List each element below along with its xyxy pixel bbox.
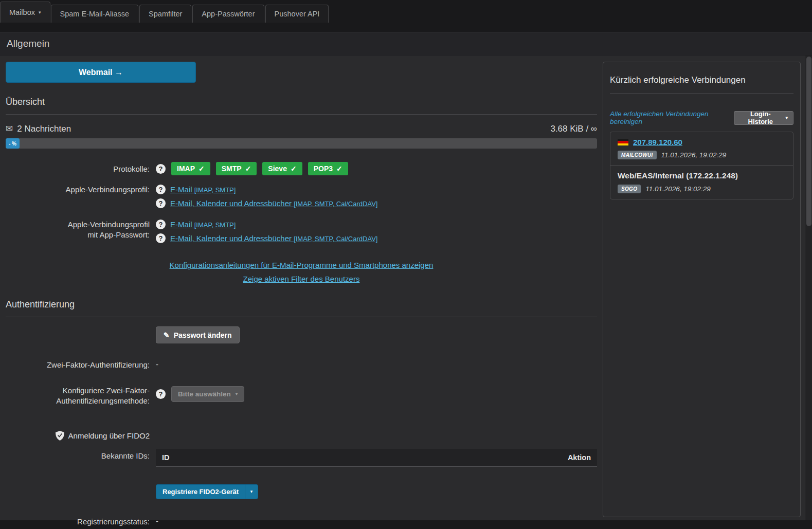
link-detail: [IMAP, SMTP, Cal/CardDAV]: [294, 200, 377, 208]
link-text: E-Mail: [170, 185, 192, 194]
tab-spam-email-aliasse[interactable]: Spam E-Mail-Aliasse: [51, 5, 139, 23]
protocols-label: Protokolle:: [6, 162, 150, 174]
registration-status-value: -: [156, 515, 597, 525]
help-icon[interactable]: ?: [156, 198, 166, 208]
known-ids-row: Bekannte IDs: ID Aktion: [6, 449, 597, 467]
label-line: Apple-Verbindungsprofil: [6, 220, 150, 230]
apple-profile-app-password-label: Apple-Verbindungsprofil mit App-Passwort…: [6, 217, 150, 240]
apple-profile-label: Apple-Verbindungsprofil:: [6, 183, 150, 195]
chevron-down-icon: ▾: [39, 10, 41, 15]
login-history-button[interactable]: Login-Historie ▾: [734, 111, 793, 125]
chevron-down-icon: ▾: [236, 392, 238, 396]
divider: [6, 317, 597, 317]
overview-heading: Übersicht: [6, 97, 597, 107]
known-ids-label: Bekannte IDs:: [6, 449, 150, 461]
help-icon[interactable]: ?: [156, 185, 166, 194]
badge-label: Sieve: [268, 165, 287, 173]
quota-usage: 3.68 KiB / ∞: [550, 124, 597, 134]
register-fido2-split-button: Registriere FIDO2-Gerät ▾: [156, 484, 258, 499]
check-icon: ✓: [245, 165, 251, 173]
quota-progress-value: - %: [6, 138, 20, 149]
change-password-button[interactable]: ✎ Passwort ändern: [156, 326, 240, 343]
connection-time: 11.01.2026, 19:02:29: [661, 151, 727, 159]
tab-label: Pushover API: [275, 10, 320, 18]
tfa-method-select[interactable]: Bitte auswählen ▾: [171, 386, 244, 402]
login-history-label: Login-Historie: [739, 110, 781, 125]
register-fido2-dropdown-toggle[interactable]: ▾: [245, 484, 258, 499]
active-filter-link[interactable]: Zeige aktiven Filter des Benutzers: [243, 275, 360, 283]
tfa-value: -: [156, 358, 597, 369]
connections-list: 207.89.120.60 MAILCOWUI 11.01.2026, 19:0…: [610, 132, 793, 199]
clear-connections-link[interactable]: Alle erfolgreichen Verbindungen bereinig…: [610, 110, 734, 125]
service-badge: MAILCOWUI: [618, 151, 657, 159]
column-action: Aktion: [568, 453, 591, 462]
apple-profile-row: Apple-Verbindungsprofil: ? E-Mail [IMAP,…: [6, 183, 597, 210]
help-icon[interactable]: ?: [156, 233, 166, 243]
tab-label: Spam E-Mail-Aliasse: [60, 10, 130, 18]
link-detail: [IMAP, SMTP]: [194, 221, 236, 229]
recent-connections-title: Kürzlich erfolgreiche Verbindungen: [610, 75, 793, 85]
label-line: mit App-Passwort:: [6, 230, 150, 240]
page-header: Allgemein: [0, 32, 812, 56]
check-icon: ✓: [199, 165, 205, 173]
label-line: Authentifizierungsmethode:: [6, 396, 150, 406]
registration-status-row: Registrierungsstatus: -: [6, 515, 597, 527]
list-item: Web/EAS/Internal (172.22.1.248) SOGO 11.…: [610, 165, 793, 199]
helper-links: Konfigurationsanleitungen für E-Mail-Pro…: [6, 261, 597, 284]
help-icon[interactable]: ?: [156, 389, 166, 399]
connection-time: 11.01.2026, 19:02:29: [645, 185, 711, 193]
apple-profile-app-link-full[interactable]: E-Mail, Kalender und Adressbücher [IMAP,…: [170, 234, 377, 243]
link-text: E-Mail, Kalender und Adressbücher: [170, 199, 292, 208]
webmail-button-label: Webmail →: [79, 68, 123, 77]
tfa-label: Zwei-Faktor-Authentifizierung:: [6, 358, 150, 370]
main-content: Webmail → Übersicht ✉ 2 Nachrichten 3.68…: [0, 56, 812, 520]
tab-mailbox[interactable]: Mailbox ▾: [0, 2, 50, 23]
empty-label: [6, 484, 150, 486]
divider: [6, 114, 597, 115]
envelope-icon: ✉: [6, 123, 13, 134]
messages-label: 2 Nachrichten: [17, 124, 71, 134]
tfa-config-label: Konfiguriere Zwei-Faktor- Authentifizier…: [6, 384, 150, 406]
germany-flag-icon: [618, 139, 628, 145]
link-detail: [IMAP, SMTP]: [194, 186, 236, 194]
badge-label: IMAP: [177, 165, 195, 173]
column-id: ID: [162, 453, 170, 462]
quota-row: ✉ 2 Nachrichten 3.68 KiB / ∞: [6, 123, 597, 134]
protocol-badge-imap: IMAP✓: [171, 162, 210, 175]
shield-check-icon: [56, 431, 64, 441]
help-icon[interactable]: ?: [156, 220, 166, 229]
label-line: Konfiguriere Zwei-Faktor-: [6, 386, 150, 396]
fido2-table-header: ID Aktion: [156, 449, 597, 466]
connection-host: Web/EAS/Internal (172.22.1.248): [618, 171, 738, 180]
change-password-row: ✎ Passwort ändern: [6, 326, 597, 343]
tab-spamfilter[interactable]: Spamfilter: [139, 5, 191, 23]
help-icon[interactable]: ?: [156, 164, 166, 174]
tab-app-passwoerter[interactable]: App-Passwörter: [192, 5, 264, 23]
quota-progress-bar: - %: [6, 138, 597, 149]
apple-profile-app-link-email[interactable]: E-Mail [IMAP, SMTP]: [170, 220, 236, 229]
fido2-heading-row: Anmeldung über FIDO2: [6, 431, 597, 441]
vertical-scrollbar[interactable]: [805, 56, 812, 520]
protocols-row: Protokolle: ? IMAP✓ SMTP✓ Sieve✓ POP3✓: [6, 162, 597, 175]
tab-pushover-api[interactable]: Pushover API: [265, 5, 329, 23]
tfa-select-label: Bitte auswählen: [178, 390, 231, 398]
config-guides-link[interactable]: Konfigurationsanleitungen für E-Mail-Pro…: [170, 261, 434, 269]
protocol-badge-smtp: SMTP✓: [216, 162, 257, 175]
apple-profile-link-email[interactable]: E-Mail [IMAP, SMTP]: [170, 185, 236, 194]
apple-profile-link-full[interactable]: E-Mail, Kalender und Adressbücher [IMAP,…: [170, 199, 377, 208]
register-fido2-button[interactable]: Registriere FIDO2-Gerät: [156, 484, 245, 499]
fido2-id-table: ID Aktion: [156, 449, 597, 467]
recent-connections-card: Kürzlich erfolgreiche Verbindungen Alle …: [603, 62, 801, 517]
tfa-config-row: Konfiguriere Zwei-Faktor- Authentifizier…: [6, 384, 597, 406]
service-badge: SOGO: [618, 185, 641, 193]
empty-label: [6, 326, 150, 329]
chevron-down-icon: ▾: [785, 116, 788, 120]
check-icon: ✓: [291, 165, 297, 173]
connection-ip-link[interactable]: 207.89.120.60: [633, 138, 682, 147]
list-item: 207.89.120.60 MAILCOWUI 11.01.2026, 19:0…: [610, 132, 793, 165]
tab-bar: Mailbox ▾ Spam E-Mail-Aliasse Spamfilter…: [0, 0, 812, 23]
scrollbar-thumb[interactable]: [806, 57, 811, 226]
tab-label: Spamfilter: [149, 10, 182, 18]
page-title: Allgemein: [7, 38, 49, 49]
webmail-button[interactable]: Webmail →: [6, 62, 196, 83]
